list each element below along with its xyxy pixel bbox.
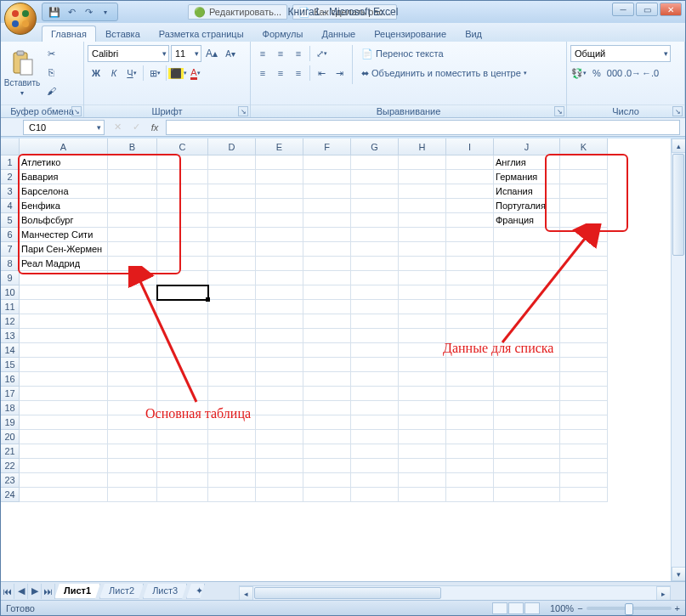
row-header[interactable]: 4 [1, 199, 20, 213]
sheet-tab[interactable]: Лист2 [99, 584, 144, 599]
cell[interactable] [108, 184, 157, 199]
cell[interactable] [256, 170, 303, 184]
cell[interactable] [446, 459, 494, 473]
cell[interactable] [351, 358, 399, 372]
cell[interactable] [157, 329, 208, 343]
cell[interactable] [351, 343, 399, 358]
cell[interactable] [208, 285, 256, 300]
row-header[interactable]: 7 [1, 242, 20, 257]
cell[interactable] [157, 242, 208, 257]
cell[interactable] [20, 271, 108, 285]
font-name-combo[interactable]: Calibri [88, 45, 169, 62]
cell[interactable] [108, 488, 157, 502]
cell[interactable] [560, 401, 608, 415]
row-header[interactable]: 17 [1, 387, 20, 401]
cell[interactable] [108, 444, 157, 459]
cell[interactable] [20, 387, 108, 401]
cell[interactable] [399, 415, 446, 430]
cell[interactable] [157, 387, 208, 401]
cell[interactable] [256, 257, 303, 271]
cell[interactable] [399, 401, 446, 415]
cell[interactable] [399, 228, 446, 242]
office-button[interactable] [4, 3, 37, 35]
col-header[interactable]: D [208, 138, 256, 155]
cell[interactable] [399, 488, 446, 502]
cell[interactable] [446, 343, 494, 358]
col-header[interactable]: I [446, 138, 494, 155]
row-header[interactable]: 19 [1, 415, 20, 430]
cell[interactable] [157, 199, 208, 213]
cell[interactable] [560, 257, 608, 271]
cell[interactable] [208, 415, 256, 430]
cell[interactable] [399, 473, 446, 488]
cell[interactable] [208, 372, 256, 387]
cell[interactable] [494, 444, 560, 459]
cell[interactable] [446, 415, 494, 430]
cell[interactable] [303, 170, 351, 184]
cell[interactable] [208, 213, 256, 228]
cell[interactable] [446, 372, 494, 387]
zoom-label[interactable]: 100% [550, 603, 574, 613]
cell[interactable] [256, 329, 303, 343]
cell[interactable] [157, 488, 208, 502]
cell[interactable] [157, 170, 208, 184]
cell[interactable] [351, 257, 399, 271]
cell[interactable] [494, 358, 560, 372]
cell[interactable] [560, 199, 608, 213]
cell[interactable] [208, 473, 256, 488]
ribbon-tab-view[interactable]: Вид [456, 25, 491, 42]
cell[interactable] [303, 228, 351, 242]
cancel-formula-icon[interactable]: ✕ [110, 120, 125, 135]
cell[interactable] [494, 300, 560, 314]
decrease-decimal-icon[interactable]: ←.0 [642, 65, 659, 82]
cell[interactable]: Реал Мадрид [20, 257, 108, 271]
merge-center-button[interactable]: ⬌Объединить и поместить в центре▾ [357, 65, 531, 82]
col-header[interactable]: K [560, 138, 608, 155]
cell[interactable] [560, 387, 608, 401]
cell[interactable] [560, 430, 608, 444]
cell[interactable] [303, 300, 351, 314]
cell[interactable] [351, 314, 399, 329]
cell[interactable] [399, 459, 446, 473]
cell[interactable] [560, 488, 608, 502]
cell[interactable] [256, 401, 303, 415]
cell[interactable] [256, 184, 303, 199]
cell[interactable] [494, 387, 560, 401]
cell[interactable] [560, 155, 608, 170]
cell[interactable] [303, 285, 351, 300]
cell[interactable] [560, 444, 608, 459]
cell[interactable] [560, 473, 608, 488]
cell[interactable] [157, 372, 208, 387]
cell[interactable] [351, 459, 399, 473]
cell[interactable] [20, 401, 108, 415]
cell[interactable] [446, 358, 494, 372]
cell[interactable] [20, 372, 108, 387]
cell[interactable] [494, 242, 560, 257]
cell[interactable] [208, 184, 256, 199]
font-color-icon[interactable]: A▾ [187, 65, 204, 82]
col-header[interactable]: E [256, 138, 303, 155]
row-header[interactable]: 5 [1, 213, 20, 228]
cell[interactable] [351, 199, 399, 213]
cell[interactable] [446, 228, 494, 242]
cell[interactable] [351, 300, 399, 314]
italic-button[interactable]: К [105, 65, 122, 82]
row-header[interactable]: 6 [1, 228, 20, 242]
cell[interactable] [399, 285, 446, 300]
cut-icon[interactable]: ✂ [43, 45, 60, 62]
row-header[interactable]: 22 [1, 459, 20, 473]
zoom-slider[interactable] [587, 607, 672, 610]
cell[interactable] [446, 271, 494, 285]
cell[interactable] [351, 285, 399, 300]
cell[interactable] [108, 271, 157, 285]
grow-font-icon[interactable]: A▴ [203, 45, 220, 62]
cell[interactable] [446, 473, 494, 488]
cell[interactable] [303, 358, 351, 372]
cell[interactable] [303, 415, 351, 430]
cell[interactable] [256, 387, 303, 401]
cell[interactable] [351, 271, 399, 285]
cell[interactable] [157, 314, 208, 329]
fx-icon[interactable]: fx [147, 120, 162, 135]
cell[interactable] [208, 228, 256, 242]
cell[interactable] [399, 314, 446, 329]
